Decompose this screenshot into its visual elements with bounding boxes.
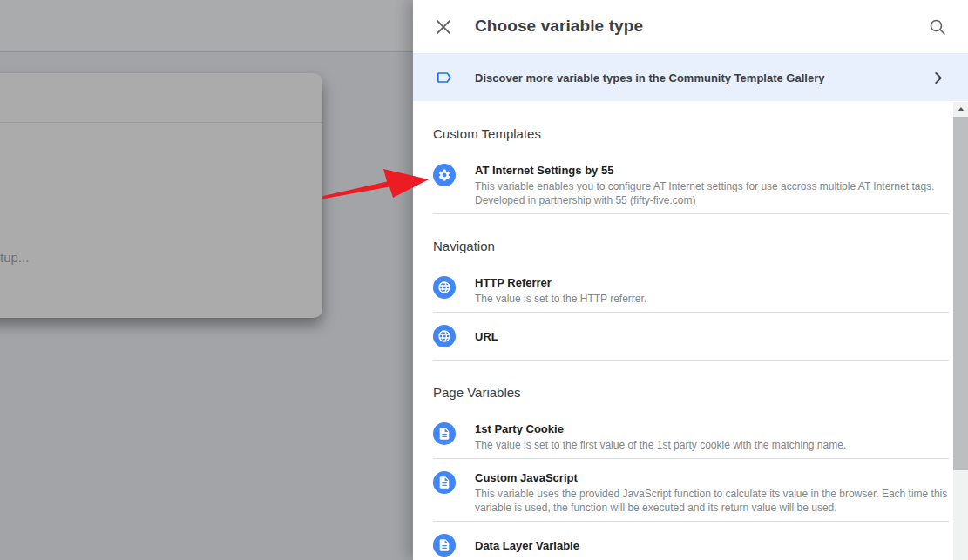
chevron-right-icon	[934, 72, 943, 84]
label-icon	[435, 69, 453, 86]
document-icon	[433, 534, 456, 557]
choose-variable-type-panel: Choose variable type Discover more varia…	[413, 0, 968, 560]
item-text: AT Internet Settings by 55This variable …	[475, 164, 949, 207]
variable-type-item[interactable]: Custom JavaScriptThis variable uses the …	[433, 471, 949, 522]
search-icon	[929, 18, 946, 36]
section-heading: Navigation	[433, 239, 950, 253]
variable-type-item[interactable]: URL	[433, 325, 949, 361]
close-button[interactable]	[434, 17, 453, 37]
close-icon	[436, 19, 451, 35]
variable-type-item[interactable]: HTTP ReferrerThe value is set to the HTT…	[433, 276, 949, 313]
item-text: Data Layer Variable	[475, 539, 579, 552]
item-description: The value is set to the HTTP referrer.	[475, 292, 646, 306]
item-text: URL	[475, 330, 498, 343]
item-description: The value is set to the first value of t…	[475, 438, 846, 452]
banner-text: Discover more variable types in the Comm…	[475, 71, 824, 84]
item-title: Custom JavaScript	[475, 471, 949, 484]
item-text: Custom JavaScriptThis variable uses the …	[475, 471, 949, 515]
item-text: HTTP ReferrerThe value is set to the HTT…	[475, 276, 646, 306]
page-title: Choose variable type	[475, 17, 643, 36]
community-template-gallery-banner[interactable]: Discover more variable types in the Comm…	[413, 54, 968, 101]
item-title: URL	[475, 330, 498, 343]
background-partial-text: tup...	[0, 250, 29, 265]
dimmed-background: tup...	[0, 0, 413, 560]
item-title: Data Layer Variable	[475, 539, 579, 552]
scrollbar-up-button[interactable]	[953, 102, 968, 116]
section-heading: Page Variables	[433, 385, 950, 400]
item-description: This variable enables you to configure A…	[475, 179, 949, 207]
scrollbar-thumb[interactable]	[953, 117, 968, 470]
gear-icon	[433, 164, 456, 186]
item-title: AT Internet Settings by 55	[475, 164, 949, 177]
variable-type-item[interactable]: Data Layer Variable	[433, 534, 949, 560]
document-icon	[433, 422, 456, 445]
background-card-divider	[0, 122, 322, 123]
item-title: 1st Party Cookie	[475, 422, 846, 435]
search-button[interactable]	[927, 17, 948, 37]
variable-type-list: Custom TemplatesAT Internet Settings by …	[413, 102, 953, 560]
globe-icon	[433, 276, 456, 299]
item-description: This variable uses the provided JavaScri…	[475, 487, 949, 515]
globe-icon	[433, 325, 456, 347]
background-topbar	[0, 0, 413, 52]
panel-header: Choose variable type	[413, 0, 968, 54]
background-card: tup...	[0, 73, 322, 318]
document-icon	[433, 471, 456, 494]
variable-type-item[interactable]: AT Internet Settings by 55This variable …	[433, 164, 949, 214]
item-title: HTTP Referrer	[475, 276, 646, 289]
section-heading: Custom Templates	[433, 126, 950, 141]
scroll-up-icon	[958, 107, 965, 111]
variable-type-item[interactable]: 1st Party CookieThe value is set to the …	[433, 422, 949, 459]
item-text: 1st Party CookieThe value is set to the …	[475, 422, 846, 452]
scrollbar[interactable]	[953, 102, 968, 560]
